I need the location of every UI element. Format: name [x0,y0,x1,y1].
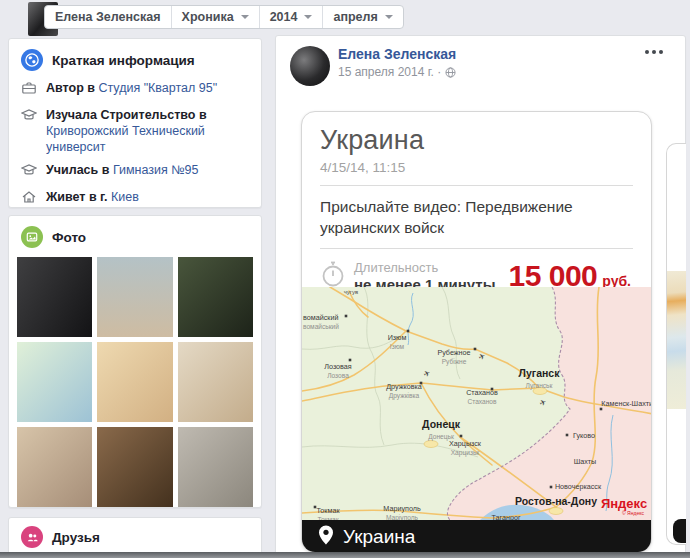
intro-item-school: Училась в Гимназия №95 [21,162,249,182]
svg-text:Дружківка: Дружківка [389,392,420,400]
breadcrumb-profile-name[interactable]: Елена Зеленская [45,6,171,28]
post-attachment-screenshot-partial[interactable] [666,143,686,545]
alert-message: Присылайте видео: Передвижение украински… [320,196,605,238]
alert-datetime: 4/15/14, 11:15 [320,160,633,175]
intro-text: Автор в Студия "Квартал 95" [46,80,217,100]
svg-text:Новочеркасск: Новочеркасск [555,482,602,491]
photos-card: Фото [8,215,262,508]
yandex-copyright: © Яндекс [622,510,644,516]
yandex-logo: Яндекс [601,496,647,511]
svg-text:Мариуполь: Мариуполь [383,504,421,513]
location-bar-fragment [673,519,686,543]
divider [320,185,633,186]
intro-item-city: Живет в г. Киев [21,189,249,209]
intro-link-university[interactable]: Криворожский Технический университ [46,124,205,154]
svg-text:Стаханов: Стаханов [466,388,498,397]
caret-down-icon [304,15,312,23]
alert-header: Украина 4/15/14, 11:15 Присылайте видео:… [302,112,651,293]
svg-text:Гуково: Гуково [573,431,595,440]
post-header: Елена Зеленская 15 апреля 2014 г. · [276,36,685,89]
photo-thumbnail[interactable] [17,342,92,422]
svg-text:Дружковка: Дружковка [386,382,422,391]
post-author-name[interactable]: Елена Зеленская [338,46,671,62]
intro-link-studio[interactable]: Студия "Квартал 95" [98,81,217,95]
intro-link-city[interactable]: Киев [111,190,139,204]
post-card: Елена Зеленская 15 апреля 2014 г. · Укра… [275,35,686,558]
location-bar: Украина [302,520,652,553]
svg-text:Лозовая: Лозовая [324,362,352,371]
photo-grid [17,257,253,507]
svg-text:Рубежное: Рубежное [437,348,470,357]
filter-year[interactable]: 2014 [259,6,323,28]
photo-thumbnail[interactable] [178,342,253,422]
svg-text:Токмак: Токмак [316,506,340,515]
location-pin-icon [318,525,334,549]
svg-text:Шахты: Шахты [574,457,597,466]
svg-text:Рубіжне: Рубіжне [442,358,467,366]
graduation-cap-icon [21,162,37,182]
post-attachment-screenshot[interactable]: Украина 4/15/14, 11:15 Присылайте видео:… [301,111,652,553]
post-timestamp: 15 апреля 2014 г. · [338,65,671,79]
post-author-avatar[interactable] [290,46,330,86]
svg-text:Лозова: Лозова [327,372,349,379]
svg-text:Изюм: Изюм [388,333,407,342]
briefcase-icon [21,80,37,100]
svg-text:Ізюм: Ізюм [390,343,405,350]
svg-text:Харцызск: Харцызск [449,439,482,448]
home-icon [21,189,37,209]
filter-timeline[interactable]: Хроника [171,6,259,28]
intro-card: Краткая информация Автор в Студия "Кварт… [8,38,262,208]
divider [320,248,633,249]
caret-down-icon [385,15,393,23]
photo-thumbnail[interactable] [97,257,172,337]
intro-item-university: Изучала Строительство в Криворожский Тех… [21,107,249,155]
bottom-edge-strip [0,552,690,558]
intro-text: Изучала Строительство в Криворожский Тех… [46,107,249,155]
svg-text:чугув: чугув [344,289,359,295]
svg-text:Стаханов: Стаханов [467,398,497,405]
alert-title: Украина [320,125,633,156]
photo-thumbnail[interactable] [97,427,172,507]
breadcrumb: Елена Зеленская Хроника 2014 апреля [44,5,404,29]
map-fragment [667,271,686,409]
svg-text:Луганськ: Луганськ [526,382,553,390]
photos-badge-icon [21,226,43,248]
duration-label: Длительность [354,260,496,275]
friends-card[interactable]: Друзья [8,517,262,557]
post-menu-button[interactable] [645,50,663,54]
intro-link-school[interactable]: Гимназия №95 [113,163,199,177]
svg-text:Ростов-на-Дону: Ростов-на-Дону [515,495,597,507]
intro-text: Живет в г. Киев [46,189,139,209]
svg-text:Каменск-Шахти: Каменск-Шахти [601,399,652,408]
photo-thumbnail[interactable] [97,342,172,422]
photo-thumbnail[interactable] [17,257,92,337]
svg-text:Таганрог: Таганрог [491,513,520,520]
photo-thumbnail[interactable] [17,427,92,507]
friends-title: Друзья [52,530,100,545]
caret-down-icon [241,15,249,23]
svg-text:Донецк: Донецк [422,418,461,430]
svg-text:Харцизьк: Харцизьк [451,449,480,457]
filter-month[interactable]: апреля [322,6,402,28]
photos-title: Фото [52,230,86,245]
globe-badge-icon [21,49,43,71]
svg-text:вомайський: вомайський [303,323,339,330]
intro-item-work: Автор в Студия "Квартал 95" [21,80,249,100]
map-image: чугуввомайскийвомайськийИзюмІзюмЛозоваяЛ… [302,287,652,520]
svg-text:Луганск: Луганск [519,367,561,379]
intro-text: Училась в Гимназия №95 [46,162,199,182]
graduation-cap-icon [21,107,37,155]
photo-thumbnail[interactable] [178,257,253,337]
privacy-globe-icon [445,67,456,78]
intro-title: Краткая информация [52,53,195,68]
photo-thumbnail[interactable] [178,427,253,507]
location-label: Украина [343,526,415,548]
friends-badge-icon [21,526,43,548]
svg-text:вомайский: вомайский [303,313,338,322]
